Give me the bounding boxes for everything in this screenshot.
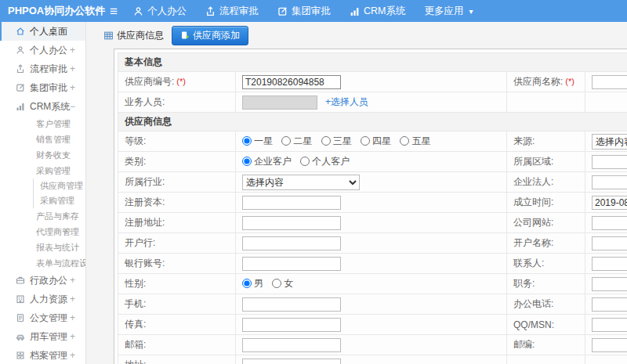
account-name-input[interactable] <box>592 236 627 250</box>
expand-toggle[interactable]: + <box>63 226 68 237</box>
doc-icon <box>16 313 25 323</box>
level-radio[interactable] <box>400 136 409 146</box>
address-input[interactable] <box>242 359 341 364</box>
sidebar-item-admin-office[interactable]: 行政办公 + <box>0 271 85 290</box>
sidebar-item-personal-office[interactable]: 个人办公 + <box>0 41 85 59</box>
level-radio[interactable] <box>361 136 370 146</box>
people-icon <box>16 294 25 304</box>
gender-radio[interactable] <box>272 279 281 288</box>
level-radio[interactable] <box>281 136 291 146</box>
sidebar-item-finance[interactable]: 财务收支 + <box>0 147 85 163</box>
sidebar-item-customer-mgmt[interactable]: 客户管理 + <box>0 116 85 132</box>
email-input[interactable] <box>242 338 341 352</box>
collapse-toggle[interactable]: − <box>63 165 68 176</box>
gender-option[interactable]: 男 <box>242 278 263 289</box>
position-input[interactable] <box>592 277 627 291</box>
nav-item-workflow-approval[interactable]: 流程审批 <box>205 5 259 18</box>
legal-person-input[interactable] <box>592 175 627 189</box>
sidebar-item-vehicle-mgmt[interactable]: 用车管理 + <box>0 327 85 346</box>
expand-toggle[interactable]: + <box>70 82 75 93</box>
form-row-bank-accountname: 开户行: 开户名称: <box>118 233 627 254</box>
bank-input[interactable] <box>242 236 341 250</box>
collapse-toggle[interactable]: − <box>70 101 75 112</box>
qq-msn-input[interactable] <box>592 318 627 332</box>
sidebar-item-crm[interactable]: CRM系统 − <box>0 97 85 116</box>
office-phone-input[interactable] <box>592 297 627 312</box>
level-option[interactable]: 二星 <box>281 135 312 146</box>
level-radio[interactable] <box>242 136 252 146</box>
sidebar-item-workflow-approval[interactable]: 流程审批 + <box>0 59 85 78</box>
category-label: 类别: <box>118 152 236 172</box>
website-input[interactable] <box>592 216 627 230</box>
zip-input[interactable] <box>592 338 627 352</box>
expand-toggle[interactable]: + <box>70 275 75 286</box>
sidebar-item-archive-mgmt[interactable]: 档案管理 + <box>0 346 85 364</box>
business-staff-label: 业务人员: <box>118 92 236 113</box>
share-icon <box>16 64 25 74</box>
business-staff-input[interactable] <box>242 96 317 110</box>
sidebar-item-hr[interactable]: 人力资源 + <box>0 290 85 308</box>
contact-input[interactable] <box>592 257 627 271</box>
sidebar-item-purchasing[interactable]: 采购管理 <box>33 193 85 208</box>
level-option[interactable]: 四星 <box>361 135 391 146</box>
tab-supplier-add[interactable]: 供应商添加 <box>172 26 248 45</box>
sidebar-item-form-flow-settings[interactable]: 表单与流程设置+ <box>0 255 85 271</box>
sidebar-item-personal-desktop[interactable]: 个人桌面 <box>0 22 85 41</box>
nav-item-group-approval[interactable]: 集团审批 <box>277 5 331 18</box>
expand-toggle[interactable]: + <box>70 350 75 361</box>
reg-address-input[interactable] <box>242 216 341 230</box>
nav-item-crm[interactable]: CRM系统 <box>350 5 405 18</box>
menu-toggle-icon[interactable]: ≡ <box>110 5 118 18</box>
source-label: 来源: <box>507 132 585 152</box>
fax-input[interactable] <box>242 318 341 332</box>
expand-toggle[interactable]: + <box>63 211 68 222</box>
category-radio[interactable] <box>300 157 310 166</box>
source-select[interactable]: 选择内容 <box>592 134 627 150</box>
industry-select[interactable]: 选择内容 <box>242 175 360 190</box>
reg-capital-input[interactable] <box>242 196 341 210</box>
form-row-category-region: 类别: 企业客户 个人客户 所属区域: <box>118 152 627 172</box>
archive-icon <box>16 351 25 360</box>
nav-item-more-apps[interactable]: 更多应用 ▾ <box>424 5 473 18</box>
form-row-business-staff: 业务人员: +选择人员 <box>118 92 627 113</box>
supplier-name-label: 供应商名称:(*) <box>507 72 585 92</box>
sidebar-item-agent-mgmt[interactable]: 代理商管理 + <box>0 224 85 240</box>
expand-toggle[interactable]: + <box>63 134 68 145</box>
sidebar-item-purchase-mgmt[interactable]: 采购管理 − <box>0 163 85 178</box>
sidebar-item-product-inventory[interactable]: 产品与库存 + <box>0 208 85 224</box>
qq-msn-label: QQ/MSN: <box>507 315 585 335</box>
choose-staff-link[interactable]: +选择人员 <box>325 96 368 107</box>
expand-toggle[interactable]: + <box>70 294 75 305</box>
expand-toggle[interactable]: + <box>63 150 68 160</box>
sidebar-item-group-approval[interactable]: 集团审批 + <box>0 78 85 97</box>
level-option[interactable]: 五星 <box>400 135 430 146</box>
expand-toggle[interactable]: + <box>70 312 75 323</box>
sidebar-item-sales-mgmt[interactable]: 销售管理 + <box>0 132 85 147</box>
expand-toggle[interactable]: + <box>63 118 68 129</box>
supplier-name-input[interactable] <box>592 75 627 89</box>
expand-toggle[interactable]: + <box>70 45 75 56</box>
supplier-no-input[interactable] <box>242 75 341 89</box>
founded-input[interactable] <box>592 196 627 210</box>
gender-radio[interactable] <box>242 279 252 288</box>
category-option[interactable]: 企业客户 <box>242 156 292 167</box>
sidebar-item-reports-stats[interactable]: 报表与统计 <box>0 240 85 255</box>
expand-toggle[interactable]: + <box>70 63 75 74</box>
category-option[interactable]: 个人客户 <box>300 156 350 167</box>
category-radio[interactable] <box>242 157 252 166</box>
level-option[interactable]: 一星 <box>242 135 273 146</box>
level-option[interactable]: 三星 <box>321 135 352 146</box>
zip-label: 邮编: <box>507 335 585 355</box>
email-label: 邮箱: <box>118 335 236 355</box>
gender-option[interactable]: 女 <box>272 278 293 289</box>
expand-toggle[interactable]: + <box>70 331 75 342</box>
tab-supplier-info[interactable]: 供应商信息 <box>103 29 164 42</box>
legal-person-label: 企业法人: <box>507 172 585 193</box>
nav-item-personal-office[interactable]: 个人办公 <box>133 5 187 18</box>
mobile-input[interactable] <box>242 297 341 312</box>
sidebar-item-supplier-mgmt[interactable]: 供应商管理 <box>33 178 85 193</box>
region-input[interactable] <box>592 155 627 169</box>
sidebar-item-document-mgmt[interactable]: 公文管理 + <box>0 308 85 327</box>
bank-account-input[interactable] <box>242 257 341 271</box>
level-radio[interactable] <box>321 136 331 146</box>
